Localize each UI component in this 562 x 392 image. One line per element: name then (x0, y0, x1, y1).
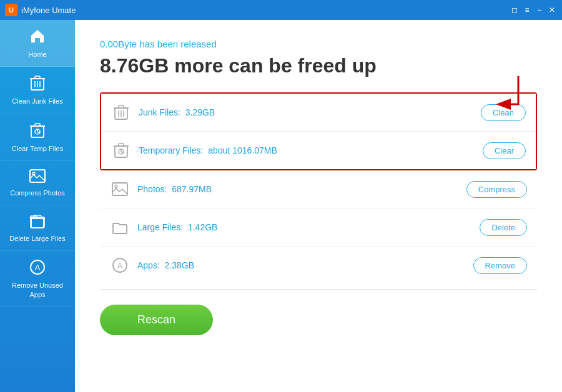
divider (100, 289, 537, 290)
app-title: iMyfone Umate (21, 6, 76, 15)
temp-files-icon (111, 140, 131, 160)
temp-files-row: Temporary Files: about 1016.07MB Clear (101, 132, 536, 169)
home-icon (29, 27, 46, 47)
sidebar-item-home[interactable]: Home (0, 20, 75, 67)
clean-junk-label: Clean Junk Files (12, 97, 62, 105)
clear-button[interactable]: Clear (483, 142, 526, 159)
title-bar: U iMyfone Umate ◻ ≡ − ✕ (0, 0, 562, 20)
minimize-button[interactable]: − (535, 5, 545, 15)
restore-button[interactable]: ◻ (510, 5, 520, 15)
photos-icon (110, 179, 130, 199)
large-files-row: Large Files: 1.42GB Delete (100, 208, 537, 247)
sidebar-item-remove-apps[interactable]: A Remove Unused Apps (0, 251, 75, 307)
delete-large-label: Delete Large Files (9, 234, 65, 243)
remove-apps-icon: A (29, 258, 46, 278)
sidebar-item-delete-large[interactable]: Delete Large Files (0, 205, 75, 251)
svg-line-11 (37, 132, 39, 133)
sidebar-item-clean-junk[interactable]: Clean Junk Files (0, 67, 75, 114)
apps-icon: A (110, 255, 130, 275)
sidebar-item-clear-temp[interactable]: Clear Temp Files (0, 114, 75, 161)
photos-row: Photos: 687.97MB Compress (100, 170, 537, 208)
window-controls[interactable]: ◻ ≡ − ✕ (510, 5, 557, 15)
remove-apps-label: Remove Unused Apps (5, 281, 70, 299)
svg-rect-2 (35, 76, 40, 79)
clear-temp-icon (29, 122, 46, 142)
large-files-label: Large Files: 1.42GB (137, 222, 480, 232)
svg-rect-8 (35, 124, 40, 126)
menu-button[interactable]: ≡ (522, 5, 532, 15)
close-button[interactable]: ✕ (547, 5, 557, 15)
svg-text:A: A (35, 263, 41, 272)
arrow-decoration (468, 70, 525, 122)
home-label: Home (28, 50, 46, 59)
svg-rect-29 (112, 183, 127, 195)
sidebar-item-compress-photos[interactable]: Compress Photos (0, 161, 75, 205)
remove-button[interactable]: Remove (473, 257, 527, 274)
sidebar: Home Clean Junk Files (0, 20, 75, 392)
svg-line-28 (121, 152, 123, 153)
svg-text:A: A (117, 262, 122, 270)
compress-photos-label: Compress Photos (10, 189, 64, 197)
delete-button[interactable]: Delete (480, 219, 527, 236)
svg-point-30 (115, 185, 117, 188)
main-content: 0.00Byte has been released 8.76GB more c… (75, 20, 562, 392)
temp-files-label: Temporary Files: about 1016.07MB (139, 145, 483, 155)
clear-temp-label: Clear Temp Files (12, 144, 63, 153)
junk-files-label: Junk Files: 3.29GB (139, 107, 481, 117)
large-files-icon (110, 217, 130, 237)
apps-row: A Apps: 2.38GB Remove (100, 247, 537, 284)
released-text: 0.00Byte has been released (100, 39, 537, 49)
apps-label: Apps: 2.38GB (137, 260, 473, 270)
title-bar-left: U iMyfone Umate (5, 4, 76, 16)
delete-large-icon (29, 213, 46, 232)
svg-rect-19 (119, 105, 124, 108)
compress-photos-icon (29, 169, 46, 186)
svg-rect-25 (119, 144, 124, 146)
app-logo: U (5, 4, 17, 16)
junk-files-icon (111, 102, 131, 122)
clean-junk-icon (29, 74, 46, 94)
app-body: Home Clean Junk Files (0, 20, 562, 392)
rescan-button[interactable]: Rescan (100, 305, 213, 335)
compress-button[interactable]: Compress (466, 181, 527, 198)
photos-label: Photos: 687.97MB (137, 184, 466, 194)
